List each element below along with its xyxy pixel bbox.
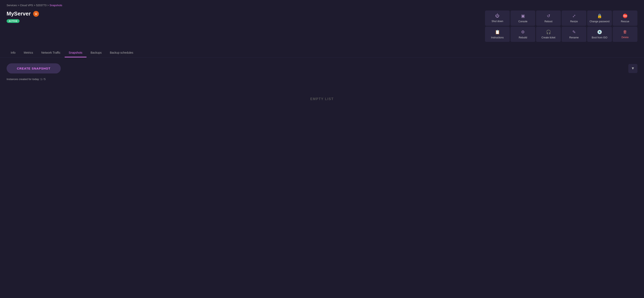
resize-label: Resize (570, 20, 578, 23)
reboot-button[interactable]: ↺ Reboot (536, 11, 561, 26)
breadcrumb-server-id[interactable]: 5203773 (36, 4, 46, 7)
tab-network-traffic[interactable]: Network Traffic (37, 49, 64, 57)
boot-from-iso-button[interactable]: 💿 Boot from ISO (587, 27, 612, 42)
delete-label: Delete (622, 36, 629, 39)
reboot-icon: ↺ (547, 14, 550, 18)
change-password-label: Change password (590, 20, 610, 23)
create-ticket-button[interactable]: 🎧 Create ticket (536, 27, 561, 42)
delete-icon: 🗑 (623, 30, 627, 34)
change-password-icon: 🔒 (597, 14, 602, 18)
rename-button[interactable]: ✎ Rename (562, 27, 586, 42)
instructions-label: Instructions (491, 36, 504, 39)
resize-button[interactable]: ⤢ Resize (562, 11, 586, 26)
content-area: CREATE SNAPSHOT ▼ Instances created for … (0, 58, 644, 107)
server-info: MyServer U ACTIVE (6, 11, 39, 23)
tab-snapshots[interactable]: Snapshots (65, 49, 86, 57)
tab-info[interactable]: Info (6, 49, 20, 57)
console-button[interactable]: ▣ Console (510, 11, 535, 26)
boot-from-iso-icon: 💿 (597, 30, 602, 35)
shut-down-label: Shut down (492, 20, 503, 23)
instances-text: Instances created for today: 1 / 5 (6, 78, 638, 81)
rename-label: Rename (569, 36, 578, 39)
shut-down-icon: ⏻ (495, 14, 500, 18)
delete-button[interactable]: 🗑 Delete (613, 27, 638, 42)
rescue-label: Rescue (621, 20, 630, 23)
action-buttons-row1: ⏻ Shut down ▣ Console ↺ Reboot ⤢ Resize … (485, 11, 638, 26)
resize-icon: ⤢ (572, 14, 576, 18)
instructions-button[interactable]: 📋 Instructions (485, 27, 510, 42)
nav-tabs: Info Metrics Network Traffic Snapshots B… (0, 49, 644, 58)
tab-backup-schedules[interactable]: Backup schedules (106, 49, 137, 57)
rebuild-button[interactable]: ⚙ Rebuild (510, 27, 535, 42)
top-bar: CREATE SNAPSHOT ▼ (6, 63, 638, 73)
filter-button[interactable]: ▼ (628, 64, 638, 73)
instructions-icon: 📋 (495, 30, 500, 35)
rebuild-label: Rebuild (519, 36, 527, 39)
create-ticket-icon: 🎧 (546, 30, 551, 35)
tab-metrics[interactable]: Metrics (20, 49, 37, 57)
filter-icon: ▼ (631, 66, 635, 71)
console-label: Console (518, 20, 528, 23)
reboot-label: Reboot (544, 20, 552, 23)
create-ticket-label: Create ticket (542, 36, 555, 39)
breadcrumb-services[interactable]: Services (6, 4, 17, 7)
empty-list-label: EMPTY LIST (6, 97, 638, 101)
create-snapshot-button[interactable]: CREATE SNAPSHOT (6, 63, 61, 73)
breadcrumb: Services > Cloud VPS > 5203773 > Snapsho… (0, 0, 644, 11)
rescue-button[interactable]: ⛔ Rescue (613, 11, 638, 26)
change-password-button[interactable]: 🔒 Change password (587, 11, 612, 26)
breadcrumb-cloud-vps[interactable]: Cloud VPS (20, 4, 33, 7)
rebuild-icon: ⚙ (521, 30, 525, 35)
rename-icon: ✎ (572, 30, 576, 35)
action-buttons-row2: 📋 Instructions ⚙ Rebuild 🎧 Create ticket… (485, 27, 638, 42)
action-buttons-container: ⏻ Shut down ▣ Console ↺ Reboot ⤢ Resize … (485, 11, 638, 42)
server-name-row: MyServer U (6, 11, 39, 17)
shut-down-button[interactable]: ⏻ Shut down (485, 11, 510, 26)
tab-backups[interactable]: Backups (86, 49, 106, 57)
server-name: MyServer (6, 11, 31, 17)
header-section: MyServer U ACTIVE ⏻ Shut down ▣ Console … (0, 11, 644, 47)
ubuntu-icon: U (33, 11, 39, 17)
rescue-icon: ⛔ (622, 14, 628, 18)
boot-from-iso-label: Boot from ISO (592, 36, 607, 39)
console-icon: ▣ (521, 14, 525, 18)
breadcrumb-current: Snapshots (50, 4, 62, 7)
status-badge: ACTIVE (6, 19, 20, 23)
